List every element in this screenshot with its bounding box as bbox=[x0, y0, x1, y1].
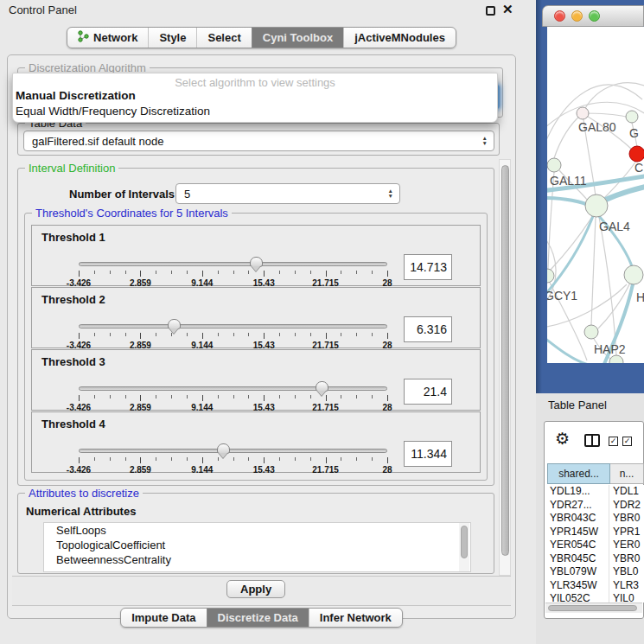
slider-track[interactable] bbox=[79, 262, 387, 266]
checkbox-icon[interactable]: ✓ bbox=[609, 437, 618, 446]
tab-infer-network[interactable]: Infer Network bbox=[309, 609, 402, 627]
table-row[interactable]: YPR145WYPR1 bbox=[547, 526, 644, 539]
table-panel-title: Table Panel bbox=[548, 399, 607, 411]
tab-select[interactable]: Select bbox=[196, 28, 251, 48]
traffic-light-zoom-icon[interactable] bbox=[589, 10, 600, 22]
cell-name[interactable]: YDR2 bbox=[609, 499, 644, 513]
tab-label: Impute Data bbox=[131, 611, 195, 624]
slider-ticks bbox=[79, 333, 387, 341]
table-body: YDL19...YDL1YDR27...YDR2YBR043CYBR0YPR14… bbox=[547, 485, 644, 603]
network-node-h[interactable] bbox=[624, 265, 643, 284]
dropdown-item-equal-width-frequency[interactable]: Equal Width/Frequency Discretization bbox=[13, 104, 497, 119]
column-header-shared-name[interactable]: shared... bbox=[547, 463, 610, 484]
threshold-slider[interactable]: -3.4262.8599.14415.4321.71528 bbox=[79, 449, 387, 471]
cell-shared-name[interactable]: YBR045C bbox=[547, 552, 609, 566]
node-label: GCY1 bbox=[547, 289, 577, 303]
table-row[interactable]: YBR043CYBR0 bbox=[547, 512, 644, 526]
threshold-value-input[interactable] bbox=[404, 379, 452, 405]
slider-track[interactable] bbox=[79, 386, 387, 391]
cell-shared-name[interactable]: YIL052C bbox=[547, 592, 609, 603]
node-label: HAP2 bbox=[594, 342, 626, 356]
threshold-value-input[interactable] bbox=[404, 316, 452, 342]
gear-icon[interactable]: ⚙ bbox=[555, 430, 570, 447]
cell-name[interactable]: YPR1 bbox=[609, 526, 644, 539]
cell-shared-name[interactable]: YDL19... bbox=[547, 485, 609, 499]
checkbox-icon[interactable]: ✓ bbox=[622, 437, 632, 446]
table-row[interactable]: YIL052CYIL0 bbox=[547, 592, 644, 603]
node-label: GAL80 bbox=[578, 120, 616, 134]
table-data-combobox[interactable]: galFiltered.sif default node ▲▼ bbox=[23, 131, 494, 151]
numerical-attributes-list[interactable]: SelfLoopsTopologicalCoefficientBetweenne… bbox=[43, 522, 471, 572]
table-row[interactable]: YER054CYER0 bbox=[547, 539, 644, 552]
cell-name[interactable]: YBR0 bbox=[609, 552, 644, 566]
group-title: Attributes to discretize bbox=[25, 487, 143, 500]
table-row[interactable]: YBL079WYBL0 bbox=[547, 565, 644, 579]
network-view-canvas[interactable]: GAL80GCGAL11GAL4GCY1HHAP2 bbox=[547, 27, 644, 363]
tab-jactivemnodules[interactable]: jActiveMNodules bbox=[343, 28, 456, 48]
cell-name[interactable]: YIL0 bbox=[609, 592, 644, 603]
threshold-label: Threshold 2 bbox=[41, 293, 105, 306]
network-node-gal80[interactable] bbox=[577, 107, 589, 119]
cell-name[interactable]: YLR3 bbox=[609, 579, 644, 593]
network-node-c[interactable] bbox=[629, 146, 644, 162]
threshold-value-input[interactable] bbox=[404, 441, 452, 467]
network-node-gal4[interactable] bbox=[585, 194, 608, 217]
slider-track[interactable] bbox=[79, 449, 387, 453]
scrollbar-thumb[interactable] bbox=[548, 605, 637, 611]
tab-label: Select bbox=[207, 31, 240, 44]
table-row[interactable]: YDR27...YDR2 bbox=[547, 499, 644, 513]
network-node-gcy1[interactable] bbox=[547, 269, 554, 283]
cell-shared-name[interactable]: YBL079W bbox=[547, 565, 609, 579]
scrollbar-thumb[interactable] bbox=[461, 526, 468, 558]
cell-shared-name[interactable]: YER054C bbox=[547, 539, 609, 552]
threshold-panel-4: Threshold 4-3.4262.8599.14415.4321.71528 bbox=[31, 411, 481, 473]
slider-handle[interactable] bbox=[168, 319, 181, 329]
cell-name[interactable]: YER0 bbox=[609, 539, 644, 552]
threshold-slider[interactable]: -3.4262.8599.14415.4321.71528 bbox=[79, 262, 387, 284]
network-node-g[interactable] bbox=[626, 111, 638, 123]
network-node[interactable] bbox=[609, 355, 623, 363]
table-row[interactable]: YBR045CYBR0 bbox=[547, 552, 644, 566]
tab-cyni-toolbox[interactable]: Cyni Toolbox bbox=[252, 28, 343, 48]
cell-name[interactable]: YBL0 bbox=[609, 565, 644, 579]
tick-label: 28 bbox=[382, 465, 392, 475]
scrollbar-thumb[interactable] bbox=[501, 165, 509, 556]
cell-shared-name[interactable]: YDR27... bbox=[547, 499, 609, 513]
cell-shared-name[interactable]: YPR145W bbox=[547, 526, 609, 539]
slider-handle[interactable] bbox=[316, 381, 328, 392]
table-row[interactable]: YLR345WYLR3 bbox=[547, 579, 644, 593]
panel-vertical-scrollbar[interactable] bbox=[499, 159, 511, 576]
column-header-name[interactable]: n... bbox=[610, 463, 644, 484]
number-of-intervals-combobox[interactable]: 5 ▲▼ bbox=[175, 183, 400, 204]
list-scrollbar[interactable] bbox=[459, 523, 469, 571]
tab-impute-data[interactable]: Impute Data bbox=[121, 609, 206, 627]
threshold-slider[interactable]: -3.4262.8599.14415.4321.71528 bbox=[79, 386, 387, 409]
slider-handle[interactable] bbox=[250, 257, 263, 267]
network-node-hap2[interactable] bbox=[584, 325, 598, 339]
threshold-slider[interactable]: -3.4262.8599.14415.4321.71528 bbox=[79, 324, 387, 347]
table-horizontal-scrollbar[interactable] bbox=[545, 603, 642, 613]
cell-name[interactable]: YBR0 bbox=[609, 512, 644, 526]
traffic-light-close-icon[interactable] bbox=[554, 10, 565, 22]
attribute-item[interactable]: SelfLoops bbox=[44, 523, 470, 538]
tab-style[interactable]: Style bbox=[148, 28, 196, 48]
threshold-value-input[interactable] bbox=[404, 254, 452, 280]
attribute-item[interactable]: TopologicalCoefficient bbox=[44, 538, 470, 552]
close-icon[interactable]: ✕ bbox=[502, 2, 513, 17]
attribute-item[interactable]: BetweennessCentrality bbox=[44, 552, 470, 567]
cell-shared-name[interactable]: YBR043C bbox=[547, 512, 609, 526]
network-node-gal11[interactable] bbox=[547, 158, 561, 172]
tab-network[interactable]: Network bbox=[67, 28, 148, 48]
tab-discretize-data[interactable]: Discretize Data bbox=[207, 609, 309, 627]
float-window-icon[interactable] bbox=[486, 6, 495, 16]
apply-button[interactable]: Apply bbox=[226, 580, 285, 598]
tick-label: 2.859 bbox=[130, 465, 151, 475]
cell-name[interactable]: YDL1 bbox=[609, 485, 644, 499]
dropdown-item-manual-discretization[interactable]: Manual Discretization bbox=[13, 88, 497, 104]
traffic-light-minimize-icon[interactable] bbox=[571, 10, 583, 22]
cell-shared-name[interactable]: YLR345W bbox=[547, 579, 609, 593]
slider-handle[interactable] bbox=[217, 443, 230, 454]
table-row[interactable]: YDL19...YDL1 bbox=[547, 485, 644, 499]
slider-track[interactable] bbox=[79, 324, 387, 328]
split-columns-icon[interactable] bbox=[584, 434, 600, 447]
